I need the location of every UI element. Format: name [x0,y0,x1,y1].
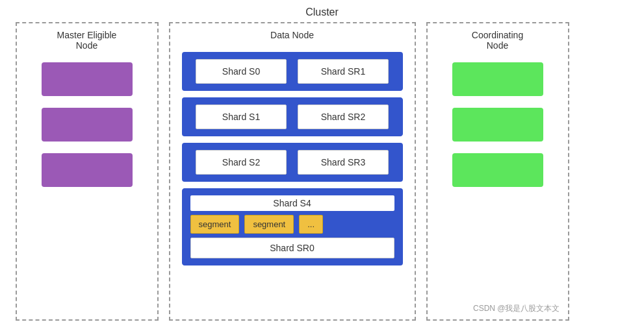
shard-row-0: Shard S0 Shard SR1 [182,52,403,91]
shard-sr1: Shard SR1 [298,59,389,84]
shard-sr0: Shard SR0 [190,238,394,258]
left-panel-label: Master EligibleNode [57,30,117,51]
shard-sr3: Shard SR3 [298,150,389,175]
shard-row-1: Shard S1 Shard SR2 [182,97,403,136]
purple-box-3 [42,153,133,187]
shard-row-2: Shard S2 Shard SR3 [182,143,403,182]
shard-s2: Shard S2 [196,150,287,175]
cluster-container: Master EligibleNode Data Node Shard S0 S… [10,22,634,321]
middle-panel-label: Data Node [270,30,314,40]
shard-row-special: Shard S4 segment segment ... Shard SR0 [182,188,403,265]
right-panel-label: CoordinatingNode [472,30,523,51]
watermark: CSDN @我是八股文本文 [473,303,560,314]
segment-1: segment [190,215,240,234]
shard-s0: Shard S0 [196,59,287,84]
left-panel: Master EligibleNode [16,22,159,321]
segment-ellipsis: ... [299,215,323,234]
middle-panel: Data Node Shard S0 Shard SR1 Shard S1 Sh… [169,22,416,321]
shard-s1: Shard S1 [196,105,287,129]
green-box-2 [452,108,543,142]
shard-s4-label: Shard S4 [190,195,394,211]
cluster-title: Cluster [0,6,644,18]
purple-box-2 [42,108,133,142]
shard-sr2: Shard SR2 [298,105,389,129]
segments-row: segment segment ... [190,215,394,234]
segment-2: segment [244,215,294,234]
green-box-3 [452,153,543,187]
right-panel: CoordinatingNode CSDN @我是八股文本文 [426,22,569,321]
purple-box-1 [42,62,133,96]
green-box-1 [452,62,543,96]
cluster-wrapper: Cluster Master EligibleNode Data Node Sh… [0,0,644,321]
